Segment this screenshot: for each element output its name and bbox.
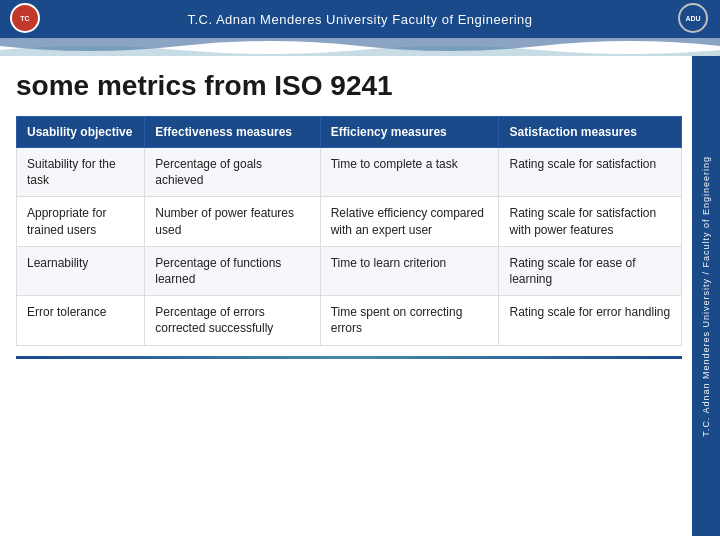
university-title: T.C. Adnan Menderes University Faculty o… xyxy=(187,12,532,27)
table-cell-col4: Rating scale for ease of learning xyxy=(499,246,682,295)
left-logo-icon: TC xyxy=(10,3,40,33)
table-cell-col4: Rating scale for error handling xyxy=(499,296,682,345)
table-row: Appropriate for trained usersNumber of p… xyxy=(17,197,682,246)
table-cell-col1: Appropriate for trained users xyxy=(17,197,145,246)
table-cell-col3: Time to learn criterion xyxy=(320,246,499,295)
table-cell-col2: Percentage of errors corrected successfu… xyxy=(145,296,320,345)
table-cell-col4: Rating scale for satisfaction with power… xyxy=(499,197,682,246)
table-cell-col2: Percentage of functions learned xyxy=(145,246,320,295)
table-cell-col4: Rating scale for satisfaction xyxy=(499,148,682,197)
main-content: some metrics from ISO 9241 Usability obj… xyxy=(0,56,720,369)
metrics-table: Usability objective Effectiveness measur… xyxy=(16,116,682,346)
table-cell-col3: Relative efficiency compared with an exp… xyxy=(320,197,499,246)
side-text-panel: T.C. Adnan Menderes University / Faculty… xyxy=(692,56,720,536)
table-row: Suitability for the taskPercentage of go… xyxy=(17,148,682,197)
col-header-usability: Usability objective xyxy=(17,117,145,148)
bottom-divider xyxy=(16,356,682,359)
table-cell-col2: Percentage of goals achieved xyxy=(145,148,320,197)
header-bar: TC T.C. Adnan Menderes University Facult… xyxy=(0,0,720,38)
side-university-text: T.C. Adnan Menderes University / Faculty… xyxy=(701,156,711,437)
table-cell-col3: Time to complete a task xyxy=(320,148,499,197)
table-cell-col1: Learnability xyxy=(17,246,145,295)
logo-right: ADU xyxy=(678,3,710,35)
table-cell-col2: Number of power features used xyxy=(145,197,320,246)
table-row: Error tolerancePercentage of errors corr… xyxy=(17,296,682,345)
logo-left: TC xyxy=(10,3,42,35)
table-row: LearnabilityPercentage of functions lear… xyxy=(17,246,682,295)
wave-decoration xyxy=(0,38,720,56)
table-cell-col1: Suitability for the task xyxy=(17,148,145,197)
table-cell-col3: Time spent on correcting errors xyxy=(320,296,499,345)
table-header-row: Usability objective Effectiveness measur… xyxy=(17,117,682,148)
col-header-effectiveness: Effectiveness measures xyxy=(145,117,320,148)
page-title: some metrics from ISO 9241 xyxy=(16,70,682,102)
table-cell-col1: Error tolerance xyxy=(17,296,145,345)
col-header-efficiency: Efficiency measures xyxy=(320,117,499,148)
right-logo-icon: ADU xyxy=(678,3,708,33)
col-header-satisfaction: Satisfaction measures xyxy=(499,117,682,148)
